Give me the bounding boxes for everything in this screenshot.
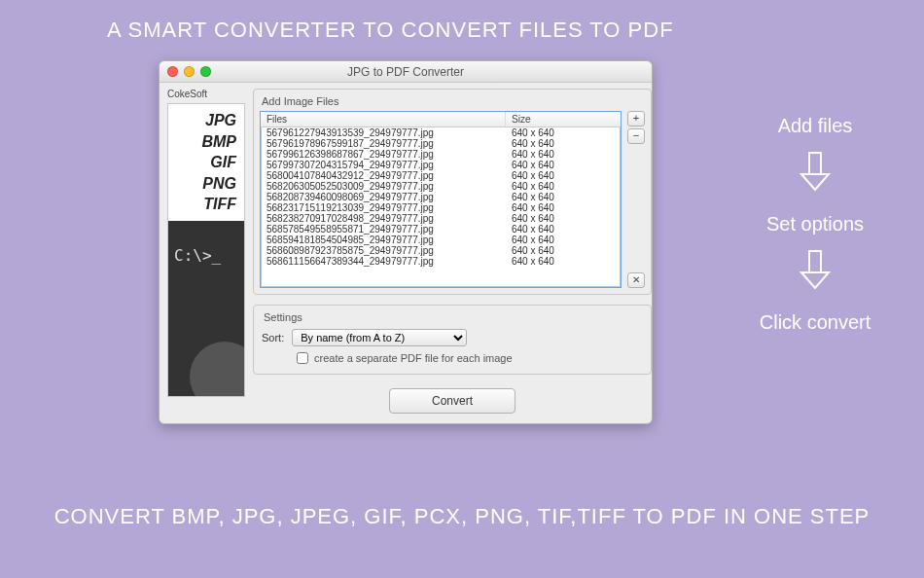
separate-pdf-row[interactable]: create a separate PDF file for each imag…	[297, 352, 643, 364]
table-row[interactable]: 568611156647389344_294979777.jpg640 x 64…	[261, 256, 621, 267]
terminal-icon: C:\>_	[174, 246, 221, 265]
step-click-convert: Click convert	[760, 311, 871, 334]
table-row[interactable]: 568594181854504985_294979777.jpg640 x 64…	[261, 235, 621, 245]
table-row[interactable]: 568206305052503009_294979777.jpg640 x 64…	[261, 181, 621, 192]
cell-size: 640 x 640	[506, 245, 621, 256]
format-item: BMP	[170, 131, 242, 153]
format-item: JPG	[170, 110, 242, 131]
cell-size: 640 x 640	[506, 138, 621, 149]
titlebar[interactable]: JPG to PDF Converter	[160, 61, 652, 83]
table-row[interactable]: 568608987923785875_294979777.jpg640 x 64…	[261, 245, 621, 256]
cell-filename: 567961978967599187_294979777.jpg	[261, 138, 506, 149]
cell-filename: 568208739460098069_294979777.jpg	[261, 192, 506, 202]
remove-file-button[interactable]: −	[627, 128, 645, 144]
cell-filename: 567996126398687867_294979777.jpg	[261, 149, 506, 160]
arrow-down-icon	[799, 151, 832, 192]
cell-size: 640 x 640	[506, 256, 621, 267]
files-table[interactable]: Files Size 567961227943913539_294979777.…	[260, 111, 622, 288]
format-item: GIF	[170, 152, 242, 173]
cell-size: 640 x 640	[506, 160, 621, 170]
page-heading-bottom: CONVERT BMP, JPG, JPEG, GIF, PCX, PNG, T…	[0, 504, 924, 529]
settings-group-label: Settings	[262, 311, 643, 327]
cell-size: 640 x 640	[506, 224, 621, 235]
cell-filename: 568206305052503009_294979777.jpg	[261, 181, 506, 192]
step-add-files: Add files	[778, 115, 853, 137]
table-row[interactable]: 568004107840432912_294979777.jpg640 x 64…	[261, 170, 621, 181]
table-row[interactable]: 568231715119213039_294979777.jpg640 x 64…	[261, 202, 621, 213]
convert-button[interactable]: Convert	[389, 388, 515, 414]
cell-size: 640 x 640	[506, 181, 621, 192]
cell-size: 640 x 640	[506, 202, 621, 213]
table-row[interactable]: 567996126398687867_294979777.jpg640 x 64…	[261, 149, 621, 160]
cell-filename: 568231715119213039_294979777.jpg	[261, 202, 506, 213]
add-file-button[interactable]: +	[627, 111, 645, 126]
cell-filename: 568594181854504985_294979777.jpg	[261, 235, 506, 245]
gear-icon	[190, 342, 245, 397]
separate-pdf-label: create a separate PDF file for each imag…	[314, 352, 513, 364]
main-panel: Add Image Files Files Size 5679612279439…	[253, 89, 652, 414]
cell-filename: 568004107840432912_294979777.jpg	[261, 170, 506, 181]
cell-filename: 567961227943913539_294979777.jpg	[261, 127, 506, 138]
cell-filename: 568608987923785875_294979777.jpg	[261, 245, 506, 256]
sort-label: Sort:	[262, 332, 284, 343]
cell-filename: 568238270917028498_294979777.jpg	[261, 213, 506, 224]
format-item: TIFF	[170, 194, 242, 215]
table-row[interactable]: 567961227943913539_294979777.jpg640 x 64…	[261, 127, 621, 138]
cell-size: 640 x 640	[506, 235, 621, 245]
cell-size: 640 x 640	[506, 213, 621, 224]
steps-sidebar: Add files Set options Click convert	[737, 109, 893, 340]
cell-filename: 568578549558955871_294979777.jpg	[261, 224, 506, 235]
table-header: Files Size	[261, 112, 621, 127]
sidebar-decoration: C:\>_	[168, 221, 244, 396]
sidebar-brand-label: CokeSoft	[167, 89, 245, 99]
cell-size: 640 x 640	[506, 170, 621, 181]
cell-filename: 567997307204315794_294979777.jpg	[261, 160, 506, 170]
svg-rect-1	[809, 251, 821, 272]
table-row[interactable]: 568238270917028498_294979777.jpg640 x 64…	[261, 213, 621, 224]
files-group: Add Image Files Files Size 5679612279439…	[253, 89, 652, 295]
table-row[interactable]: 567997307204315794_294979777.jpg640 x 64…	[261, 160, 621, 170]
separate-pdf-checkbox[interactable]	[297, 352, 308, 364]
app-window: JPG to PDF Converter CokeSoft JPG BMP GI…	[159, 60, 653, 424]
cell-size: 640 x 640	[506, 127, 621, 138]
page-heading-top: A SMART CONVERTER TO CONVERT FILES TO PD…	[107, 18, 674, 43]
settings-group: Settings Sort: By name (from A to Z) cre…	[253, 305, 652, 375]
sort-select[interactable]: By name (from A to Z)	[292, 329, 467, 346]
svg-rect-0	[809, 153, 821, 174]
clear-button[interactable]: ✕	[627, 272, 645, 288]
files-group-label: Add Image Files	[260, 95, 645, 111]
col-header-files[interactable]: Files	[261, 112, 506, 126]
cell-filename: 568611156647389344_294979777.jpg	[261, 256, 506, 267]
step-set-options: Set options	[766, 213, 864, 235]
col-header-size[interactable]: Size	[506, 112, 621, 126]
cell-size: 640 x 640	[506, 149, 621, 160]
table-row[interactable]: 567961978967599187_294979777.jpg640 x 64…	[261, 138, 621, 149]
table-row[interactable]: 568208739460098069_294979777.jpg640 x 64…	[261, 192, 621, 202]
table-body[interactable]: 567961227943913539_294979777.jpg640 x 64…	[261, 127, 621, 287]
arrow-down-icon	[799, 249, 832, 290]
format-item: PNG	[170, 173, 242, 195]
sidebar-card: JPG BMP GIF PNG TIFF C:\>_	[167, 103, 245, 397]
format-list: JPG BMP GIF PNG TIFF	[168, 104, 244, 215]
cell-size: 640 x 640	[506, 192, 621, 202]
table-row[interactable]: 568578549558955871_294979777.jpg640 x 64…	[261, 224, 621, 235]
sidebar: CokeSoft JPG BMP GIF PNG TIFF C:\>_	[167, 89, 245, 414]
window-title: JPG to PDF Converter	[160, 65, 652, 79]
